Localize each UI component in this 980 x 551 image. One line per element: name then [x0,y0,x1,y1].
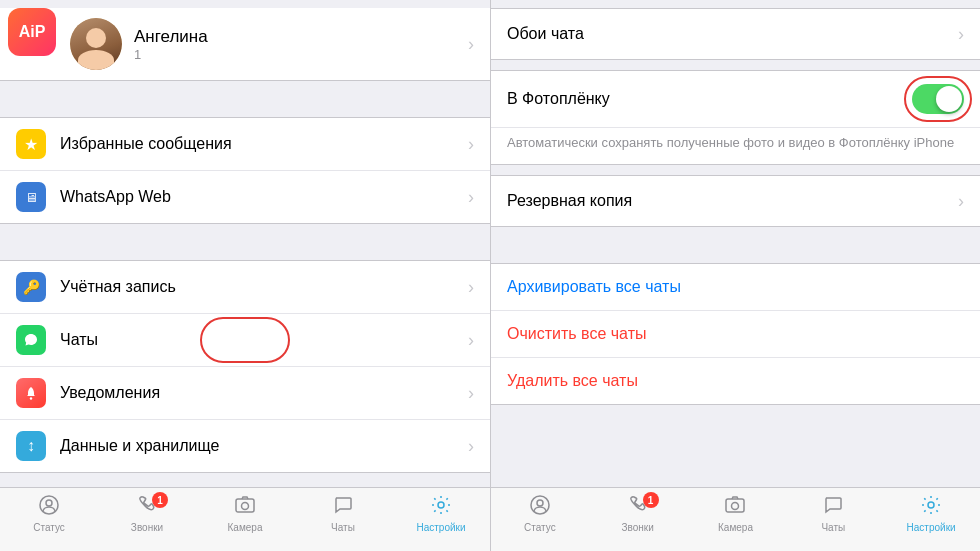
tab-label-camera-left: Камера [228,522,263,533]
menu-label-whatsapp-web: WhatsApp Web [60,188,468,206]
chats-icon-left [332,494,354,520]
tab-label-status-right: Статус [524,522,556,533]
wallpaper-label: Обои чата [507,25,958,43]
save-photos-row[interactable]: В Фотоплёнку [491,71,980,128]
tab-camera-right[interactable]: Камера [687,494,785,533]
right-tab-bar: Статус 1 Звонки Камера Чаты Настройки [491,487,980,551]
menu-label-data: Данные и хранилище [60,437,468,455]
save-photos-toggle[interactable] [912,84,964,114]
tab-status-right[interactable]: Статус [491,494,589,533]
tab-label-settings-right: Настройки [907,522,956,533]
tab-label-camera-right: Камера [718,522,753,533]
clear-all-label: Очистить все чаты [507,325,646,343]
tab-calls-right[interactable]: 1 Звонки [589,494,687,533]
archive-all-row[interactable]: Архивировать все чаты [491,264,980,311]
save-photos-sublabel: Автоматически сохранять полученные фото … [491,128,980,164]
notifications-icon [16,378,46,408]
clear-all-row[interactable]: Очистить все чаты [491,311,980,358]
chats-icon-right [822,494,844,520]
status-icon-left [38,494,60,520]
svg-point-6 [242,503,249,510]
status-icon-right [529,494,551,520]
backup-label: Резервная копия [507,192,958,210]
svg-point-11 [732,503,739,510]
calls-badge-left: 1 [152,492,168,508]
avatar [70,18,122,70]
left-tab-bar: Статус 1 Звонки Камера Чаты Настройки [0,487,490,551]
menu-item-starred[interactable]: ★ Избранные сообщения › [0,118,490,171]
account-icon: 🔑 [16,272,46,302]
profile-name: Ангелина [134,27,468,47]
delete-all-label: Удалить все чаты [507,372,638,390]
menu-label-chats: Чаты [60,331,468,349]
svg-point-4 [46,500,52,506]
settings-section-top: Обои чата › [491,8,980,60]
backup-chevron: › [958,191,964,212]
tab-label-chats-right: Чаты [821,522,845,533]
backup-section: Резервная копия › [491,175,980,227]
starred-chevron: › [468,134,474,155]
calls-badge-right: 1 [643,492,659,508]
notifications-chevron: › [468,383,474,404]
svg-point-7 [438,502,444,508]
starred-icon: ★ [16,129,46,159]
tab-chats-right[interactable]: Чаты [784,494,882,533]
menu-label-notifications: Уведомления [60,384,468,402]
svg-point-9 [537,500,543,506]
tab-settings-left[interactable]: Настройки [392,494,490,533]
tab-status-left[interactable]: Статус [0,494,98,533]
menu-label-starred: Избранные сообщения [60,135,468,153]
profile-sub: 1 [134,47,468,62]
backup-row[interactable]: Резервная копия › [491,176,980,226]
menu-item-data[interactable]: ↕ Данные и хранилище › [0,420,490,472]
tab-label-calls-left: Звонки [131,522,163,533]
tab-settings-right[interactable]: Настройки [882,494,980,533]
menu-item-notifications[interactable]: Уведомления › [0,367,490,420]
tab-chats-left[interactable]: Чаты [294,494,392,533]
archive-all-label: Архивировать все чаты [507,278,681,296]
whatsapp-web-icon: 🖥 [16,182,46,212]
right-panel: Обои чата › В Фотоплёнку Автоматически с… [490,0,980,551]
settings-icon-right [920,494,942,520]
settings-icon-left [430,494,452,520]
tab-label-calls-right: Звонки [622,522,654,533]
menu-item-chats[interactable]: Чаты › [0,314,490,367]
whatsapp-web-chevron: › [468,187,474,208]
camera-icon-left [234,494,256,520]
data-chevron: › [468,436,474,457]
tab-label-chats-left: Чаты [331,522,355,533]
menu-label-account: Учётная запись [60,278,468,296]
delete-all-row[interactable]: Удалить все чаты [491,358,980,404]
chats-chevron: › [468,330,474,351]
tab-calls-left[interactable]: 1 Звонки [98,494,196,533]
toggle-knob [936,86,962,112]
tab-label-settings-left: Настройки [416,522,465,533]
account-chevron: › [468,277,474,298]
wallpaper-row[interactable]: Обои чата › [491,9,980,59]
tab-camera-left[interactable]: Камера [196,494,294,533]
menu-item-account[interactable]: 🔑 Учётная запись › [0,261,490,314]
menu-item-whatsapp-web[interactable]: 🖥 WhatsApp Web › [0,171,490,223]
svg-point-2 [30,397,32,399]
profile-chevron: › [468,34,474,55]
left-panel: AiP Ангелина 1 › ★ Избранные сообщения ›… [0,0,490,551]
wallpaper-chevron: › [958,24,964,45]
save-photos-section: В Фотоплёнку Автоматически сохранять пол… [491,70,980,165]
menu-group-1: ★ Избранные сообщения › 🖥 WhatsApp Web › [0,117,490,224]
tab-label-status-left: Статус [33,522,65,533]
data-icon: ↕ [16,431,46,461]
save-photos-label: В Фотоплёнку [507,90,912,108]
menu-group-2: 🔑 Учётная запись › Чаты › [0,260,490,473]
profile-info: Ангелина 1 [134,27,468,62]
aip-logo: AiP [8,8,56,56]
chats-menu-icon [16,325,46,355]
profile-row[interactable]: Ангелина 1 › [0,8,490,81]
svg-point-12 [928,502,934,508]
actions-section: Архивировать все чаты Очистить все чаты … [491,263,980,405]
camera-icon-right [724,494,746,520]
